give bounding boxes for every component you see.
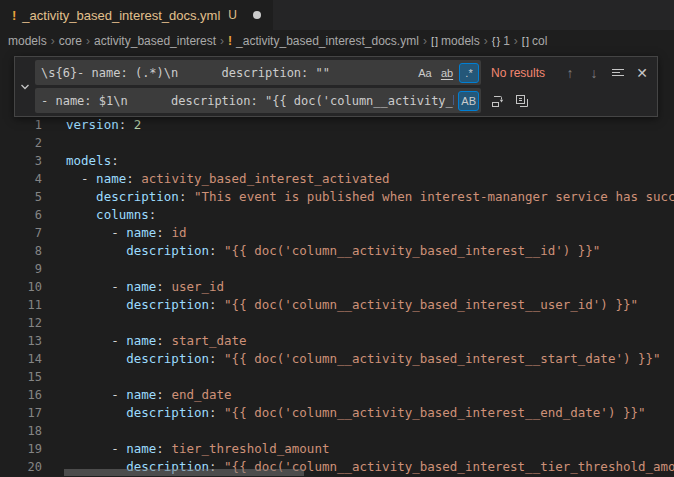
breadcrumb-separator: › <box>86 34 90 48</box>
replace-button[interactable] <box>487 90 509 112</box>
breadcrumb: models›core›activity_based_interest›!_ac… <box>0 30 674 52</box>
replace-all-icon <box>514 93 530 109</box>
breadcrumb-separator: › <box>514 34 518 48</box>
line-number: 4 <box>0 170 42 188</box>
regex-toggle[interactable]: .* <box>459 63 479 83</box>
code-line-content: - name: id <box>42 224 186 242</box>
code-line-content: - name: end_date <box>42 386 232 404</box>
find-row: \s{6}- name: (.*)\n description: "" Aa a… <box>35 60 653 85</box>
code-line[interactable]: 4 - name: activity_based_interest_activa… <box>0 170 674 188</box>
preserve-case-toggle[interactable]: AB <box>458 91 479 111</box>
find-in-selection-icon <box>610 65 626 81</box>
code-line-content <box>42 134 66 152</box>
code-line[interactable]: 16 - name: end_date <box>0 386 674 404</box>
code-line-content: - name: tier_threshold_amount <box>42 440 329 458</box>
editor-tab[interactable]: ! _activity_based_interest_docs.yml U <box>0 0 273 30</box>
breadcrumb-separator: › <box>220 34 224 48</box>
toggle-replace-button[interactable] <box>15 57 35 116</box>
breadcrumb-item[interactable]: !_activity_based_interest_docs.yml <box>228 34 419 48</box>
code-line[interactable]: 14 description: "{{ doc('column__activit… <box>0 350 674 368</box>
code-line-content: description: "{{ doc('column__activity_b… <box>42 296 638 314</box>
breadcrumb-label: _activity_based_interest_docs.yml <box>236 34 419 48</box>
line-number: 15 <box>0 368 42 386</box>
code-line[interactable]: 17 description: "{{ doc('column__activit… <box>0 404 674 422</box>
tab-title: _activity_based_interest_docs.yml <box>22 8 220 23</box>
replace-input[interactable]: - name: $1\n description: "{{ doc('colum… <box>35 88 481 113</box>
code-line[interactable]: 12 <box>0 314 674 332</box>
replace-icon <box>490 93 506 109</box>
breadcrumb-item[interactable]: [ ]col <box>522 34 548 48</box>
code-line[interactable]: 9 <box>0 260 674 278</box>
code-line[interactable]: 10 - name: user_id <box>0 278 674 296</box>
code-line[interactable]: 18 <box>0 422 674 440</box>
breadcrumb-label: models <box>8 34 47 48</box>
line-number: 20 <box>0 458 42 476</box>
line-number: 19 <box>0 440 42 458</box>
next-match-button[interactable]: ↓ <box>583 62 605 84</box>
regex-label: .* <box>465 67 472 79</box>
breadcrumb-item[interactable]: { }1 <box>492 34 510 48</box>
symbol-array-icon: [ ] <box>431 35 437 47</box>
code-line[interactable]: 1version: 2 <box>0 116 674 134</box>
code-line[interactable]: 5 description: "This event is published … <box>0 188 674 206</box>
line-number: 3 <box>0 152 42 170</box>
line-number: 18 <box>0 422 42 440</box>
line-number: 10 <box>0 278 42 296</box>
code-line[interactable]: 2 <box>0 134 674 152</box>
code-line[interactable]: 11 description: "{{ doc('column__activit… <box>0 296 674 314</box>
breadcrumb-label: col <box>532 34 547 48</box>
find-input[interactable]: \s{6}- name: (.*)\n description: "" Aa a… <box>35 60 481 85</box>
editor-pane[interactable]: 1version: 223models:4 - name: activity_b… <box>0 52 674 477</box>
code-line[interactable]: 19 - name: tier_threshold_amount <box>0 440 674 458</box>
find-widget-body: \s{6}- name: (.*)\n description: "" Aa a… <box>35 57 657 116</box>
match-case-toggle[interactable]: Aa <box>415 63 435 83</box>
code-line-content: description: "{{ doc('column__activity_b… <box>42 242 600 260</box>
breadcrumb-label: 1 <box>503 34 510 48</box>
code-area[interactable]: 1version: 223models:4 - name: activity_b… <box>0 116 674 476</box>
horizontal-scrollbar-slider[interactable] <box>64 469 304 476</box>
find-nav-buttons: ↑ ↓ ✕ <box>559 62 653 84</box>
previous-match-button[interactable]: ↑ <box>559 62 581 84</box>
replace-all-button[interactable] <box>511 90 533 112</box>
breadcrumb-separator: › <box>484 34 488 48</box>
line-number: 9 <box>0 260 42 278</box>
line-number: 11 <box>0 296 42 314</box>
line-number: 14 <box>0 350 42 368</box>
code-line-content: version: 2 <box>42 116 141 134</box>
breadcrumb-label: activity_based_interest <box>94 34 216 48</box>
code-line[interactable]: 7 - name: id <box>0 224 674 242</box>
line-number: 16 <box>0 386 42 404</box>
chevron-down-icon <box>19 81 31 93</box>
find-query-text: \s{6}- name: (.*)\n description: "" <box>41 66 411 80</box>
breadcrumb-item[interactable]: core <box>59 34 82 48</box>
whole-word-toggle[interactable]: ab <box>437 63 457 83</box>
warning-icon: ! <box>228 34 232 48</box>
code-line[interactable]: 8 description: "{{ doc('column__activity… <box>0 242 674 260</box>
code-line-content <box>42 314 66 332</box>
code-line[interactable]: 15 <box>0 368 674 386</box>
horizontal-scrollbar[interactable] <box>42 467 674 477</box>
breadcrumb-separator: › <box>51 34 55 48</box>
find-options: Aa ab .* <box>415 63 479 83</box>
code-line-content: - name: activity_based_interest_activate… <box>42 170 390 188</box>
code-line-content <box>42 368 66 386</box>
symbol-array-icon: [ ] <box>522 35 528 47</box>
code-line[interactable]: 13 - name: start_date <box>0 332 674 350</box>
code-line-content: description: "This event is published wh… <box>42 188 674 206</box>
code-line[interactable]: 6 columns: <box>0 206 674 224</box>
line-number: 12 <box>0 314 42 332</box>
modified-dot-icon[interactable] <box>253 11 261 19</box>
symbol-object-icon: { } <box>492 35 499 47</box>
code-line[interactable]: 3models: <box>0 152 674 170</box>
close-button[interactable]: ✕ <box>631 62 653 84</box>
replace-buttons <box>487 90 533 112</box>
replace-options: AB <box>458 91 479 111</box>
code-line-content: description: "{{ doc('column__activity_b… <box>42 404 646 422</box>
line-number: 1 <box>0 116 42 134</box>
find-in-selection-button[interactable] <box>607 62 629 84</box>
line-number: 8 <box>0 242 42 260</box>
line-number: 2 <box>0 134 42 152</box>
breadcrumb-item[interactable]: models <box>8 34 47 48</box>
breadcrumb-item[interactable]: activity_based_interest <box>94 34 216 48</box>
breadcrumb-item[interactable]: [ ]models <box>431 34 480 48</box>
